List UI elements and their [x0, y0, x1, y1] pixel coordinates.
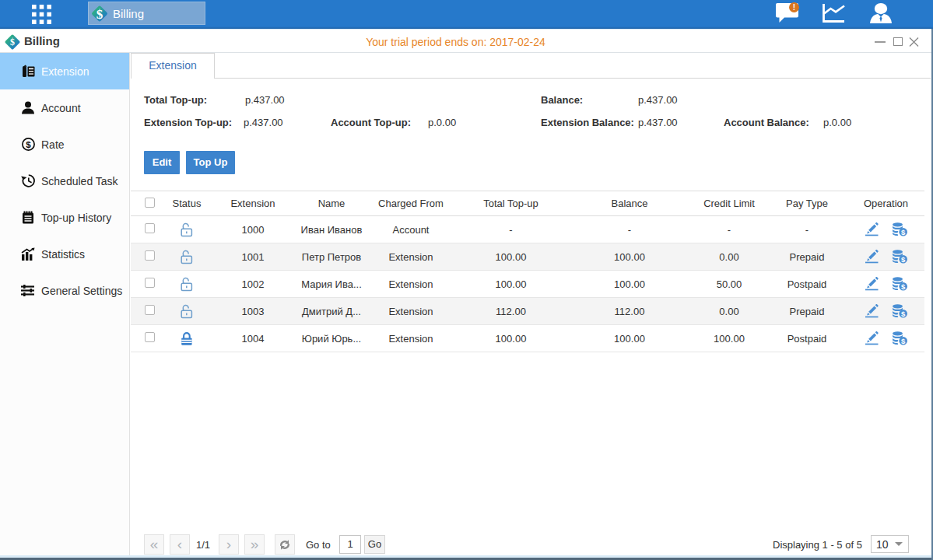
svg-text:$: $ — [901, 337, 906, 345]
svg-text:$: $ — [901, 310, 906, 318]
svg-text:$: $ — [26, 140, 31, 149]
svg-text:$: $ — [901, 228, 906, 236]
svg-text:$: $ — [901, 255, 906, 264]
svg-text:$: $ — [901, 282, 906, 291]
svg-text:$: $ — [96, 6, 103, 21]
